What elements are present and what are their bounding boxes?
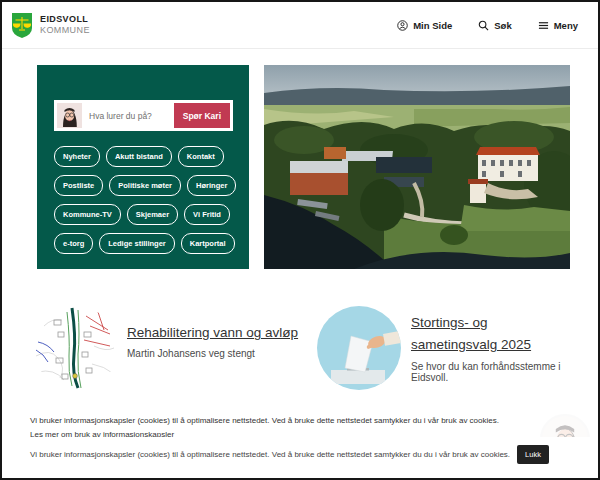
nav-menu[interactable]: Meny bbox=[538, 20, 578, 31]
nav-label: Søk bbox=[494, 20, 511, 31]
top-header: EIDSVOLL KOMMUNE Min Side Søk bbox=[2, 2, 598, 49]
search-icon bbox=[478, 20, 489, 31]
news-item-election[interactable]: Stortings- og sametingsvalg 2025 Se hvor… bbox=[317, 306, 574, 390]
hamburger-icon bbox=[538, 20, 549, 31]
ballot-box-illustration bbox=[317, 306, 401, 390]
news-title-link[interactable]: Stortings- og sametingsvalg 2025 bbox=[411, 312, 574, 357]
nav-search[interactable]: Søk bbox=[478, 20, 511, 31]
news-title-link[interactable]: Rehabilitering vann og avløp bbox=[127, 322, 298, 344]
nav-min-side[interactable]: Min Side bbox=[397, 20, 452, 31]
quick-link-skjemaer[interactable]: Skjemaer bbox=[127, 204, 178, 225]
quick-access-panel: Spør Kari Nyheter Akutt bistand Kontakt … bbox=[37, 65, 249, 269]
road-map-illustration bbox=[34, 306, 118, 390]
quick-link-e-torg[interactable]: e-torg bbox=[54, 233, 93, 254]
news-subtitle: Se hvor du kan forhåndsstemme i Eidsvoll… bbox=[411, 361, 574, 383]
news-subtitle: Martin Johansens veg stengt bbox=[127, 348, 298, 359]
cookie-consent-bar: Vi bruker informasjonskapsler (cookies) … bbox=[2, 437, 598, 474]
municipality-logo[interactable]: EIDSVOLL KOMMUNE bbox=[11, 12, 90, 39]
quick-link-postliste[interactable]: Postliste bbox=[54, 175, 103, 196]
quick-link-horinger[interactable]: Høringer bbox=[187, 175, 236, 196]
quick-link-kartportal[interactable]: Kartportal bbox=[181, 233, 235, 254]
cookie-message: Vi bruker informasjonskapsler (cookies) … bbox=[30, 414, 570, 428]
quick-link-nyheter[interactable]: Nyheter bbox=[54, 146, 100, 167]
hero-section: Spør Kari Nyheter Akutt bistand Kontakt … bbox=[37, 65, 570, 269]
chatbot-search-bar: Spør Kari bbox=[54, 100, 233, 131]
chatbot-question-input[interactable] bbox=[82, 103, 174, 128]
quick-link-ledige-stillinger[interactable]: Ledige stillinger bbox=[99, 233, 175, 254]
coat-of-arms-shield-icon bbox=[11, 12, 33, 39]
kari-chatbot-avatar bbox=[57, 103, 82, 128]
logo-text: EIDSVOLL KOMMUNE bbox=[40, 14, 90, 37]
nav-label: Meny bbox=[554, 20, 578, 31]
ask-kari-button[interactable]: Spør Kari bbox=[174, 103, 230, 128]
news-section: Rehabilitering vann og avløp Martin Joha… bbox=[34, 306, 574, 390]
header-nav: Min Side Søk Meny bbox=[397, 20, 578, 31]
logo-line-1: EIDSVOLL bbox=[40, 14, 90, 25]
logo-line-2: KOMMUNE bbox=[40, 25, 90, 36]
quick-link-vi-fritid[interactable]: Vi Fritid bbox=[184, 204, 230, 225]
eidsvoll-kommune-homepage: EIDSVOLL KOMMUNE Min Side Søk bbox=[0, 0, 600, 480]
quick-link-politiske-moter[interactable]: Politiske møter bbox=[109, 175, 181, 196]
user-circle-icon bbox=[397, 20, 408, 31]
hero-aerial-photo bbox=[264, 65, 570, 269]
quick-link-kommune-tv[interactable]: Kommune-TV bbox=[54, 204, 121, 225]
nav-label: Min Side bbox=[413, 20, 452, 31]
cookie-bar-message: Vi bruker informasjonskapsler (cookies) … bbox=[30, 450, 510, 459]
quick-links: Nyheter Akutt bistand Kontakt Postliste … bbox=[54, 146, 237, 254]
quick-link-akutt-bistand[interactable]: Akutt bistand bbox=[106, 146, 172, 167]
news-item-roadworks[interactable]: Rehabilitering vann og avløp Martin Joha… bbox=[34, 306, 317, 390]
cookie-close-button[interactable]: Lukk bbox=[517, 445, 549, 464]
quick-link-kontakt[interactable]: Kontakt bbox=[178, 146, 224, 167]
